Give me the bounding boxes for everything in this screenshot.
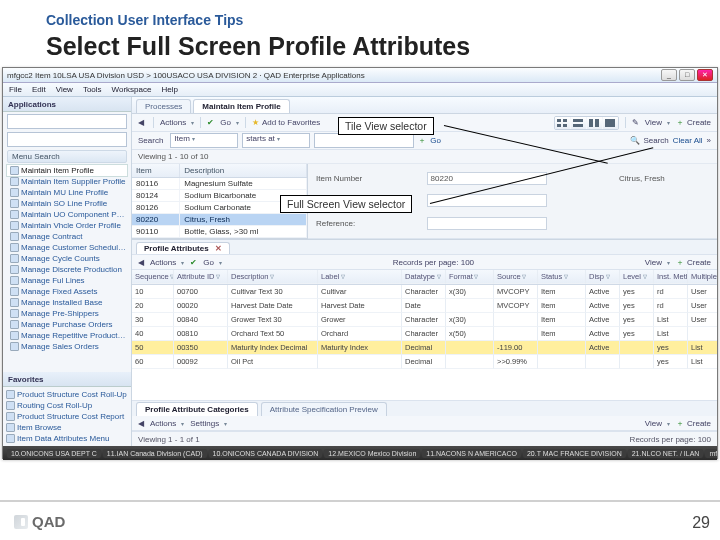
- add-favorite-button[interactable]: ★Add to Favorites: [252, 118, 320, 127]
- sidebar-item[interactable]: Maintain MU Line Profile: [7, 187, 127, 198]
- sidebar-item[interactable]: Manage Repetitive Production: [7, 330, 127, 341]
- status-crumb[interactable]: 10.ONICONS USA DEPT C: [7, 449, 101, 458]
- view-button-2[interactable]: View: [645, 258, 670, 267]
- view-button[interactable]: View: [645, 118, 670, 127]
- field-site[interactable]: [427, 194, 547, 207]
- sidebar-item[interactable]: Manage Sales Orders: [7, 341, 127, 352]
- sidebar-item[interactable]: Manage Ful Lines: [7, 275, 127, 286]
- col-header[interactable]: Label: [318, 270, 402, 284]
- window-close-button[interactable]: ✕: [697, 69, 713, 81]
- table-row[interactable]: 2000020Harvest Date DateHarvest DateDate…: [132, 299, 717, 313]
- back-button-2[interactable]: ◀: [138, 258, 144, 267]
- menu-tools[interactable]: Tools: [83, 85, 102, 94]
- favorite-item[interactable]: Product Structure Cost Report: [3, 411, 131, 422]
- field-reference[interactable]: [427, 217, 547, 230]
- table-row[interactable]: 90110Bottle, Glass, >30 ml: [132, 226, 307, 238]
- status-crumb[interactable]: 11.IAN Canada Division (CAD): [103, 449, 207, 458]
- menu-file[interactable]: File: [9, 85, 22, 94]
- sidebar-item[interactable]: Maintain UO Component Profile: [7, 209, 127, 220]
- search-run-button[interactable]: 🔍Search: [630, 136, 668, 145]
- actions-button-2[interactable]: Actions: [150, 258, 184, 267]
- favorite-item[interactable]: Routing Cost Roll-Up: [3, 400, 131, 411]
- table-row[interactable]: 3000840Grower Text 30GrowerCharacterx(30…: [132, 313, 717, 327]
- ok-button[interactable]: ✔: [207, 118, 214, 127]
- favorite-item[interactable]: Product Structure Cost Roll-Up: [3, 389, 131, 400]
- view-tile-button[interactable]: [555, 117, 570, 129]
- col-header[interactable]: Sequence: [132, 270, 174, 284]
- close-icon[interactable]: ✕: [215, 244, 222, 253]
- tab-attr-spec-preview[interactable]: Attribute Specification Preview: [261, 402, 387, 416]
- create-button[interactable]: ＋Create: [676, 117, 711, 128]
- status-crumb[interactable]: 11.NACONS N AMERICACO: [422, 449, 521, 458]
- search-field-select[interactable]: Item: [170, 133, 238, 148]
- favorite-item[interactable]: Item Data Attributes Menu: [3, 433, 131, 444]
- favorite-item[interactable]: Item Browse: [3, 422, 131, 433]
- col-header[interactable]: Description: [228, 270, 318, 284]
- col-header[interactable]: Inst. Method: [654, 270, 688, 284]
- create-button-3[interactable]: ＋Create: [676, 418, 711, 429]
- menu-view[interactable]: View: [56, 85, 73, 94]
- view-fullscreen-button[interactable]: [603, 117, 618, 129]
- window-maximize-button[interactable]: □: [679, 69, 695, 81]
- search-add-button[interactable]: ＋: [418, 135, 426, 146]
- col-header[interactable]: Multiple Values: [688, 270, 717, 284]
- sidebar-item[interactable]: Manage Pre-Shippers: [7, 308, 127, 319]
- col-header[interactable]: Disp: [586, 270, 620, 284]
- tab-processes[interactable]: Processes: [136, 99, 191, 113]
- sidebar-item[interactable]: Maintain SO Line Profile: [7, 198, 127, 209]
- table-row[interactable]: 5000350Maturity Index DecimalMaturity In…: [132, 341, 717, 355]
- col-header[interactable]: Level: [620, 270, 654, 284]
- col-header[interactable]: Datatype: [402, 270, 446, 284]
- sidebar-search-input[interactable]: [7, 114, 127, 129]
- sidebar-item[interactable]: Manage Installed Base: [7, 297, 127, 308]
- edit-button[interactable]: ✎: [632, 118, 639, 127]
- table-row[interactable]: 80116Magnesium Sulfate: [132, 178, 307, 190]
- sidebar-favorites-header[interactable]: Favorites: [3, 372, 131, 387]
- sidebar-item[interactable]: Manage Contract: [7, 231, 127, 242]
- window-minimize-button[interactable]: _: [661, 69, 677, 81]
- col-header[interactable]: Format: [446, 270, 494, 284]
- table-row[interactable]: 4000810Orchard Text 50OrchardCharacterx(…: [132, 327, 717, 341]
- search-value-input[interactable]: [314, 133, 414, 148]
- filter-toggle-button[interactable]: »: [707, 136, 711, 145]
- settings-button[interactable]: Settings: [190, 419, 227, 428]
- sidebar-item[interactable]: Manage Cycle Counts: [7, 253, 127, 264]
- col-description[interactable]: Description: [180, 164, 307, 177]
- sidebar-item[interactable]: Manage Customer Scheduled Ord: [7, 242, 127, 253]
- status-crumb[interactable]: 12.MEXICO Mexico Division: [324, 449, 420, 458]
- view-button-3[interactable]: View: [645, 419, 670, 428]
- col-header[interactable]: Source: [494, 270, 538, 284]
- menu-workspace[interactable]: Workspace: [112, 85, 152, 94]
- go-button[interactable]: Go: [220, 118, 239, 127]
- menu-help[interactable]: Help: [161, 85, 177, 94]
- ok-button-2[interactable]: ✔: [190, 258, 197, 267]
- clear-all-link[interactable]: Clear All: [673, 136, 703, 145]
- attributes-grid[interactable]: SequenceAttribute IDDescriptionLabelData…: [132, 270, 717, 400]
- col-item[interactable]: Item: [132, 164, 180, 177]
- sidebar-item[interactable]: Maintain Item Supplier Profile: [7, 176, 127, 187]
- status-crumb[interactable]: 10.ONICONS CANADA DIVISION: [209, 449, 323, 458]
- table-row[interactable]: 1000700Cultivar Text 30CultivarCharacter…: [132, 285, 717, 299]
- sidebar-search-input-2[interactable]: [7, 132, 127, 147]
- status-crumb[interactable]: 21.NLCO NET. / ILAN: [628, 449, 704, 458]
- tab-attr-categories[interactable]: Profile Attribute Categories: [136, 402, 258, 416]
- col-header[interactable]: Attribute ID: [174, 270, 228, 284]
- go-button-2[interactable]: Go: [203, 258, 222, 267]
- table-row[interactable]: 80220Citrus, Fresh: [132, 214, 307, 226]
- tab-maintain-item-profile[interactable]: Maintain Item Profile: [193, 99, 289, 113]
- view-hsplit-button[interactable]: [571, 117, 586, 129]
- create-button-2[interactable]: ＋Create: [676, 257, 711, 268]
- back-button[interactable]: ◀: [138, 118, 147, 127]
- sidebar-item[interactable]: Manage Purchase Orders: [7, 319, 127, 330]
- titlebar[interactable]: mfgcc2 Item 10LSA USA Division USD > 100…: [3, 68, 717, 83]
- sidebar-item[interactable]: Manage Fixed Assets: [7, 286, 127, 297]
- search-op-select[interactable]: starts at: [242, 133, 310, 148]
- table-row[interactable]: 6000092Oil PctDecimal>>0.99%yesListSyste…: [132, 355, 717, 369]
- menu-edit[interactable]: Edit: [32, 85, 46, 94]
- actions-button[interactable]: Actions: [160, 118, 194, 127]
- back-button-3[interactable]: ◀: [138, 419, 144, 428]
- tab-profile-attributes[interactable]: Profile Attributes ✕: [136, 242, 230, 254]
- col-header[interactable]: Status: [538, 270, 586, 284]
- view-vsplit-button[interactable]: [587, 117, 602, 129]
- sidebar-item[interactable]: Manage Discrete Production: [7, 264, 127, 275]
